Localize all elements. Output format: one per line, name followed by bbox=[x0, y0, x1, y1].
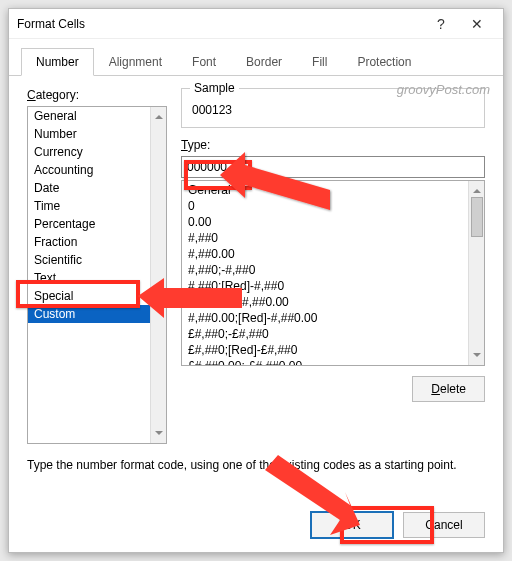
type-input[interactable] bbox=[181, 156, 485, 178]
format-item[interactable]: #,##0 bbox=[182, 230, 468, 246]
category-item[interactable]: Currency bbox=[28, 143, 150, 161]
tab-alignment[interactable]: Alignment bbox=[94, 48, 177, 76]
help-icon[interactable]: ? bbox=[423, 10, 459, 38]
category-item[interactable]: Special bbox=[28, 287, 150, 305]
format-item[interactable]: #,##0;-#,##0 bbox=[182, 262, 468, 278]
category-item-custom[interactable]: Custom bbox=[28, 305, 150, 323]
format-item[interactable]: #,##0.00;[Red]-#,##0.00 bbox=[182, 310, 468, 326]
category-item[interactable]: Text bbox=[28, 269, 150, 287]
close-icon[interactable]: ✕ bbox=[459, 10, 495, 38]
tab-fill[interactable]: Fill bbox=[297, 48, 342, 76]
format-listbox[interactable]: General 0 0.00 #,##0 #,##0.00 #,##0;-#,#… bbox=[181, 180, 485, 366]
scrollbar[interactable] bbox=[468, 181, 484, 365]
format-item[interactable]: £#,##0;-£#,##0 bbox=[182, 326, 468, 342]
category-listbox[interactable]: General Number Currency Accounting Date … bbox=[27, 106, 167, 444]
tab-protection[interactable]: Protection bbox=[342, 48, 426, 76]
hint-text: Type the number format code, using one o… bbox=[27, 458, 485, 472]
dialog-body: Category: General Number Currency Accoun… bbox=[9, 76, 503, 484]
cancel-button[interactable]: Cancel bbox=[403, 512, 485, 538]
category-label: Category: bbox=[27, 88, 167, 102]
category-item[interactable]: Accounting bbox=[28, 161, 150, 179]
scrollbar[interactable] bbox=[150, 107, 166, 443]
category-item[interactable]: Time bbox=[28, 197, 150, 215]
tab-strip: Number Alignment Font Border Fill Protec… bbox=[9, 39, 503, 76]
sample-value: 000123 bbox=[192, 101, 474, 117]
type-label: Type: bbox=[181, 138, 485, 152]
delete-button[interactable]: Delete bbox=[412, 376, 485, 402]
ok-button[interactable]: OK bbox=[311, 512, 393, 538]
format-item[interactable]: #,##0.00;-#,##0.00 bbox=[182, 294, 468, 310]
category-item[interactable]: Number bbox=[28, 125, 150, 143]
format-item[interactable]: #,##0;[Red]-#,##0 bbox=[182, 278, 468, 294]
format-item[interactable]: 0 bbox=[182, 198, 468, 214]
dialog-title: Format Cells bbox=[17, 17, 423, 31]
tab-border[interactable]: Border bbox=[231, 48, 297, 76]
titlebar: Format Cells ? ✕ bbox=[9, 9, 503, 39]
category-item[interactable]: Fraction bbox=[28, 233, 150, 251]
format-item[interactable]: £#,##0.00;-£#,##0.00 bbox=[182, 358, 468, 365]
category-item[interactable]: Date bbox=[28, 179, 150, 197]
category-item[interactable]: General bbox=[28, 107, 150, 125]
format-item[interactable]: #,##0.00 bbox=[182, 246, 468, 262]
sample-label: Sample bbox=[190, 81, 239, 95]
tab-font[interactable]: Font bbox=[177, 48, 231, 76]
tab-number[interactable]: Number bbox=[21, 48, 94, 76]
format-item[interactable]: 0.00 bbox=[182, 214, 468, 230]
dialog-footer: OK Cancel bbox=[311, 512, 485, 538]
category-item[interactable]: Percentage bbox=[28, 215, 150, 233]
format-item[interactable]: General bbox=[182, 182, 468, 198]
category-item[interactable]: Scientific bbox=[28, 251, 150, 269]
watermark: groovyPost.com bbox=[397, 82, 490, 97]
scroll-thumb[interactable] bbox=[471, 197, 483, 237]
format-item[interactable]: £#,##0;[Red]-£#,##0 bbox=[182, 342, 468, 358]
